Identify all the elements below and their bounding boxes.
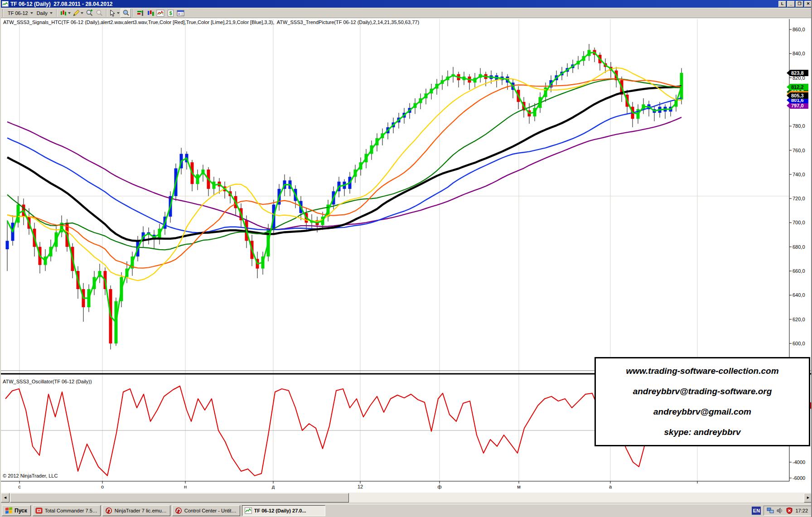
taskbar-button-label: Control Center - Untitled1 xyxy=(184,508,237,513)
zoom-out-button[interactable] xyxy=(94,9,104,18)
watermark-box: www.trading-software-collection.com andr… xyxy=(594,357,810,446)
period-label: Daily xyxy=(37,10,48,16)
ninjatrader-icon xyxy=(105,507,112,514)
scroll-left-button[interactable]: ◄ xyxy=(1,493,10,503)
zoom-in-button[interactable] xyxy=(84,9,94,18)
ninjatrader-chart-window: 860,0840,0820,0800,0780,0760,0740,0720,0… xyxy=(0,0,812,517)
zoom-out-icon xyxy=(96,9,103,17)
security-alert-icon[interactable] xyxy=(786,507,793,514)
chart-trader-button[interactable] xyxy=(135,9,145,18)
data-series-button[interactable] xyxy=(145,9,155,18)
watermark-skype: skype: andreybbrv xyxy=(596,427,809,437)
chart-toolbar: TF 06-12 Daily xyxy=(1,8,812,18)
taskbar-button[interactable]: NinjaTrader 7 lic.emu v5.06 xyxy=(102,505,170,516)
watermark-website: www.trading-software-collection.com xyxy=(596,366,809,376)
scroll-right-button[interactable]: ► xyxy=(804,493,812,503)
cursor-button[interactable] xyxy=(109,9,121,18)
account-performance-button[interactable]: $ xyxy=(165,9,175,18)
bars-icon xyxy=(147,10,155,17)
price-marker-tag: 823,8 xyxy=(787,70,808,76)
svg-text:$: $ xyxy=(169,10,172,16)
window-title: TF 06-12 (Daily) 27.08.2011 - 28.04.2012 xyxy=(10,1,112,7)
indicator-label: ATW_SSS3_Signals_HTC(TF 06-12 (Daily),al… xyxy=(3,19,419,25)
price-marker-tag: 805,3 xyxy=(787,92,808,99)
bars-style-button[interactable] xyxy=(59,9,72,18)
toolbar-separator xyxy=(56,9,57,17)
oscillator-label: ATW_SSS3_Oscillator(TF 06-12 (Daily)) xyxy=(3,379,92,384)
chevron-down-icon xyxy=(117,12,120,14)
system-tray: EN 17:22 xyxy=(752,505,812,516)
minimize-button[interactable]: _ xyxy=(787,1,795,7)
chevron-down-icon xyxy=(81,12,83,14)
taskbar-button[interactable]: TF 06-12 (Daily) 27.0... xyxy=(242,505,325,516)
volume-icon[interactable] xyxy=(776,507,783,514)
taskbar-button-label: NinjaTrader 7 lic.emu v5.06 xyxy=(115,508,168,513)
watermark-email-2: andreybbrv@gmail.com xyxy=(596,407,809,417)
restore-button[interactable]: ❐ xyxy=(796,1,803,7)
start-label: Пуск xyxy=(14,507,27,514)
taskbar-button[interactable]: Total Commander 7.57a ... xyxy=(33,505,101,516)
dollar-document-icon: $ xyxy=(167,10,174,17)
price-marker-tag: 797,0 xyxy=(787,102,808,109)
zoom-in-icon xyxy=(86,9,93,17)
chevron-down-icon xyxy=(30,12,33,14)
instrument-selector[interactable]: TF 06-12 xyxy=(6,9,35,17)
chart-icon xyxy=(245,507,252,514)
watermark-email-1: andreybbrv@trading-software.org xyxy=(596,387,809,396)
price-marker-tag: 812,2 xyxy=(787,84,808,90)
taskbar-button-label: Total Commander 7.57a ... xyxy=(45,508,98,513)
scrollbar-thumb[interactable] xyxy=(10,493,349,503)
cursor-icon xyxy=(110,10,116,17)
crosshair-button[interactable] xyxy=(121,9,131,18)
network-icon[interactable] xyxy=(767,507,774,514)
chevron-down-icon xyxy=(50,12,53,14)
ninjatrader-icon xyxy=(175,507,182,514)
taskbar-button-label: TF 06-12 (Daily) 27.0... xyxy=(254,508,306,513)
taskbar-button[interactable]: Control Center - Untitled1 xyxy=(172,505,240,516)
indicators-button[interactable] xyxy=(155,9,165,18)
start-button[interactable]: Пуск xyxy=(2,505,31,516)
windows-logo-icon xyxy=(5,507,13,514)
instrument-label: TF 06-12 xyxy=(8,10,28,16)
properties-window-icon xyxy=(177,10,184,17)
language-indicator[interactable]: EN xyxy=(752,507,761,515)
toolbar-grip[interactable] xyxy=(2,10,4,17)
chart-trader-icon xyxy=(137,10,145,17)
indicator-chart-icon xyxy=(156,10,164,17)
taskbar-clock[interactable]: 17:22 xyxy=(795,508,808,513)
chart-window-icon xyxy=(2,1,9,7)
chart-properties-button[interactable] xyxy=(175,9,185,18)
toolbar-separator xyxy=(133,9,134,17)
toolbar-separator xyxy=(106,9,107,17)
horizontal-scrollbar[interactable]: ◄ ► xyxy=(1,492,812,503)
magnifier-icon xyxy=(122,9,130,17)
chevron-down-icon xyxy=(68,12,71,14)
close-button[interactable]: ✕ xyxy=(804,1,812,7)
total-commander-icon xyxy=(35,507,43,514)
tray-icons-area: 17:22 xyxy=(764,506,812,516)
draw-tools-button[interactable] xyxy=(72,9,84,18)
pencil-icon xyxy=(72,10,80,17)
title-bar[interactable]: TF 06-12 (Daily) 27.08.2011 - 28.04.2012… xyxy=(1,0,812,8)
candlestick-icon xyxy=(60,10,67,17)
windows-taskbar: Пуск Total Commander 7.57a ...NinjaTrade… xyxy=(1,504,812,517)
copyright-label: © 2012 NinjaTrader, LLC xyxy=(3,473,58,478)
link-button[interactable]: L xyxy=(778,1,786,7)
period-selector[interactable]: Daily xyxy=(35,9,54,17)
